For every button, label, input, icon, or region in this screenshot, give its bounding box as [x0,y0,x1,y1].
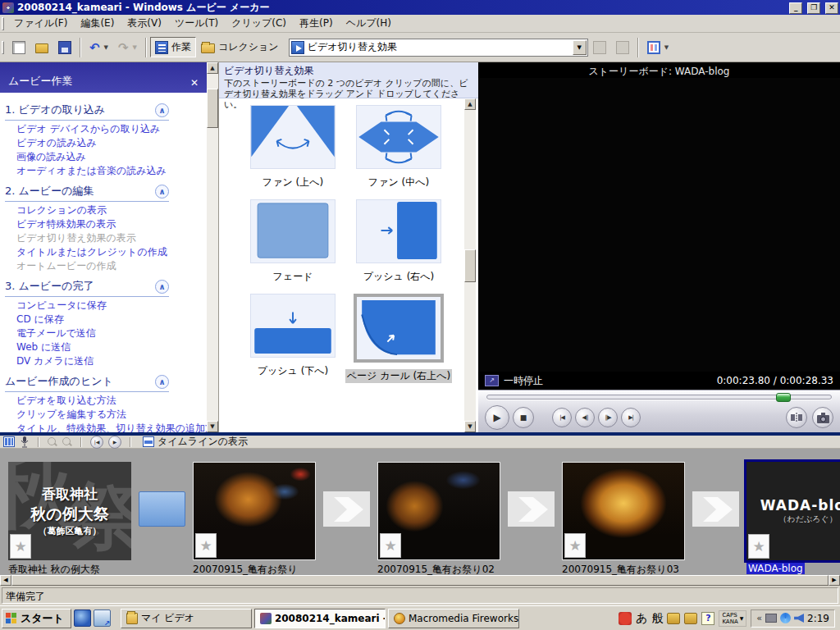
section-movie-hints[interactable]: ムービー作成のヒント ∧ [5,374,169,392]
task-link-import-audio[interactable]: オーディオまたは音楽の読み込み [16,164,207,177]
tasks-pane-scrollbar[interactable]: ▲ ▼ [207,62,218,432]
storyboard-transition-1[interactable] [139,491,185,575]
storyboard-view-icon[interactable] [3,436,15,447]
stop-button[interactable]: ■ [513,407,534,428]
task-link-save-cd[interactable]: CD に保存 [16,313,207,326]
storyboard-scrollbar[interactable]: ◀ ▶ [0,575,840,586]
scroll-up-icon[interactable]: ▲ [207,62,218,74]
section-capture-video[interactable]: 1. ビデオの取り込み ∧ [5,103,169,121]
rewind-timeline-button[interactable]: |◀ [90,436,103,449]
transition-fan-up[interactable]: ファン (上へ) [240,105,345,189]
storyboard-clip-2[interactable]: ★ 20070915_亀有お祭り [193,462,316,575]
display-icon[interactable] [765,614,777,623]
transition-fade[interactable]: フェード [240,199,345,284]
internet-explorer-icon[interactable] [74,609,91,627]
transitions-scrollbar[interactable]: ▲ ▼ [464,98,476,432]
menu-play[interactable]: 再生(P) [293,14,340,33]
task-link-make-titles[interactable]: タイトルまたはクレジットの作成 [16,245,207,258]
transition-page-curl-upper-right[interactable]: ページ カール (右上へ) [346,294,451,383]
menu-clip[interactable]: クリップ(C) [225,14,293,33]
restore-button[interactable]: ❐ [807,2,820,14]
scrollbar-track[interactable] [464,110,476,421]
scroll-up-icon[interactable]: ▲ [464,98,476,110]
task-link-save-computer[interactable]: コンピュータに保存 [16,299,207,312]
movie-tasks-close-button[interactable]: ✕ [187,77,202,89]
collection-combobox[interactable]: ビデオ切り替え効果 ▼ [289,39,588,57]
start-button[interactable]: スタート [2,609,71,628]
clip-thumbnail-title-card[interactable]: 秋 祭 香取神社 秋の例大祭 （葛飾区亀有） ★ [8,462,131,560]
up-one-level-button[interactable] [588,38,611,57]
hint-link-capture[interactable]: ビデオを取り込む方法 [16,394,207,407]
section-finish-movie[interactable]: 3. ムービーの完了 ∧ [5,279,169,297]
collapse-icon[interactable]: ∧ [155,280,169,294]
ime-toolbox-icon[interactable] [684,613,697,624]
task-link-show-effects[interactable]: ビデオ特殊効果の表示 [16,217,207,231]
storyboard-clip-3[interactable]: ★ 20070915_亀有お祭り02 [377,462,500,575]
back-to-start-button[interactable]: |◀ [552,408,572,427]
storyboard-transition-3[interactable] [508,491,555,575]
narration-mic-icon[interactable] [20,436,30,448]
volume-icon[interactable] [794,614,804,623]
scroll-down-icon[interactable]: ▼ [207,421,218,432]
fullscreen-icon[interactable]: ↗ [485,375,499,386]
menu-file[interactable]: ファイル(F) [7,14,74,33]
empty-transition-cell[interactable] [692,491,739,527]
task-link-send-email[interactable]: 電子メールで送信 [16,326,207,340]
scrollbar-thumb[interactable] [207,89,218,128]
transition-push-down[interactable]: プッシュ (下へ) [240,294,345,383]
hint-link-titles-effects[interactable]: タイトル、特殊効果、切り替え効果の追加方法 [16,422,207,432]
ime-help-icon[interactable]: ? [701,612,714,625]
clip-thumbnail-photo[interactable]: ★ [193,462,316,560]
menu-tools[interactable]: ツール(T) [168,14,225,33]
undo-button[interactable]: ↶▼ [84,38,113,57]
tasks-toggle-button[interactable]: 作業 [150,37,196,57]
task-link-import-video[interactable]: ビデオの読み込み [16,136,207,149]
ime-icon[interactable] [619,612,632,625]
scroll-right-icon[interactable]: ▶ [829,575,840,586]
task-link-send-web[interactable]: Web に送信 [16,340,207,354]
seek-bar[interactable] [486,395,832,399]
play-timeline-button[interactable]: ▶ [108,436,121,449]
scrollbar-thumb[interactable] [464,249,476,282]
empty-transition-cell[interactable] [508,491,555,527]
clip-thumbnail-wada-blog[interactable]: WADA-blog （わだぶろぐ） ★ [746,462,840,560]
fade-transition-cell[interactable] [139,491,185,527]
update-icon[interactable] [780,613,791,623]
scroll-down-icon[interactable]: ▼ [464,421,476,432]
transition-push-right[interactable]: プッシュ (右へ) [346,199,451,284]
ime-mode-indicator[interactable]: あ [636,611,647,626]
take-picture-button[interactable] [812,407,833,428]
task-link-import-pictures[interactable]: 画像の読み込み [16,150,207,163]
collapse-icon[interactable]: ∧ [155,375,169,389]
show-desktop-icon[interactable] [94,609,111,627]
minimize-button[interactable]: _ [789,2,802,14]
caps-kana-indicator[interactable]: CAPSKANA ▼ [719,610,746,627]
menu-view[interactable]: 表示(V) [121,14,168,33]
storyboard-clip-4[interactable]: ★ 20070915_亀有お祭り03 [562,462,685,575]
menu-edit[interactable]: 編集(E) [74,14,121,33]
scrollbar-track[interactable] [207,74,218,421]
save-project-button[interactable] [53,38,76,57]
combobox-dropdown-button[interactable]: ▼ [573,40,587,55]
scroll-left-icon[interactable]: ◀ [0,575,11,586]
collapse-icon[interactable]: ∧ [155,185,169,199]
close-button[interactable]: ✕ [825,2,838,14]
seek-thumb[interactable] [776,393,791,402]
menu-help[interactable]: ヘルプ(H) [340,14,398,33]
collapse-icon[interactable]: ∧ [155,103,169,117]
taskbar-clock[interactable]: 2:19 [807,613,829,624]
storyboard-clip-5-selected[interactable]: WADA-blog （わだぶろぐ） ★ WADA-blog [746,462,840,575]
empty-transition-cell[interactable] [323,491,370,527]
ime-conversion-indicator[interactable]: 般 [651,611,663,626]
split-clip-button[interactable] [786,407,807,428]
ime-tools-icon[interactable] [667,613,680,624]
taskbar-button-fireworks[interactable]: Macromedia Fireworks 8... [388,609,519,628]
section-edit-movie[interactable]: 2. ムービーの編集 ∧ [5,184,169,202]
next-frame-button[interactable]: ||▶ [598,408,618,427]
collapse-tray-icon[interactable]: « [756,613,762,623]
storyboard-transition-4[interactable] [692,491,739,575]
transition-fan-in[interactable]: ファン (中へ) [346,105,451,189]
storyboard-clip-1[interactable]: 秋 祭 香取神社 秋の例大祭 （葛飾区亀有） ★ 香取神社 秋の例大祭 [8,462,131,575]
new-collection-button[interactable] [611,38,634,57]
forward-to-end-button[interactable]: ▶| [621,408,641,427]
